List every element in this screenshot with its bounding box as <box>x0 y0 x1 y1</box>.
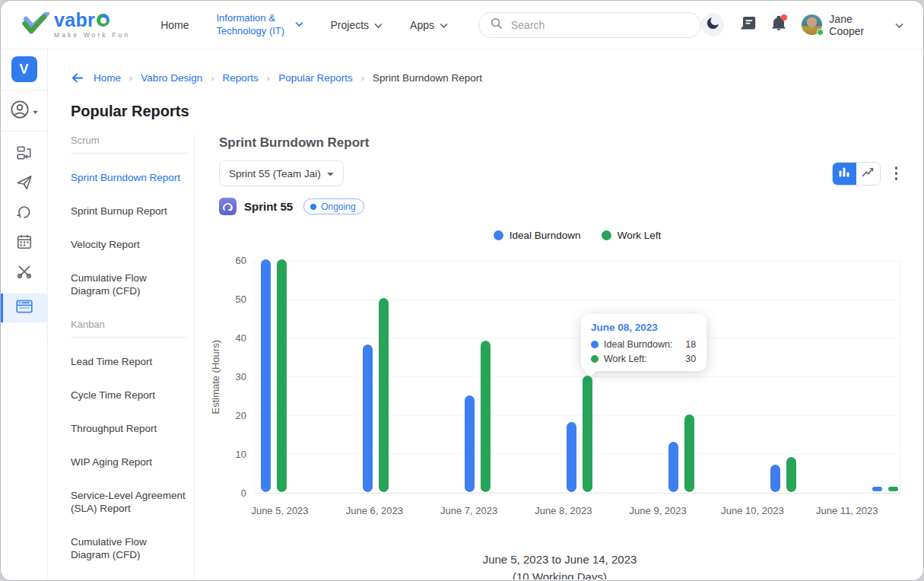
x-axis-label-june-10-2023: June 10, 2023 <box>721 505 783 516</box>
notifications-button[interactable] <box>772 16 786 34</box>
sidebar-item-calendar[interactable] <box>16 233 33 252</box>
breadcrumb-link-home[interactable]: Home <box>94 72 121 84</box>
app-window: vabr Make Work Fun HomeInformation & Tec… <box>1 1 923 580</box>
more-options-kebab-menu[interactable] <box>892 164 901 183</box>
report-nav-item-wip-aging-report[interactable]: WIP Aging Report <box>71 456 188 468</box>
back-arrow-icon[interactable] <box>71 72 84 84</box>
gridline <box>255 300 900 300</box>
tooltip-row: Work Left: 30 <box>591 354 696 364</box>
sidebar-item-tools[interactable] <box>16 263 33 282</box>
dark-mode-toggle-button[interactable] <box>701 13 724 37</box>
workflow-icon <box>16 144 33 164</box>
report-nav-item-cumulative-flow-diagram-cfd[interactable]: Cumulative Flow Diagram (CFD) <box>71 271 188 297</box>
sidebar-app-logo[interactable]: V <box>11 56 37 82</box>
reports-icon <box>15 298 33 318</box>
tooltip-label: Work Left: <box>604 354 647 364</box>
nav-item-apps[interactable]: Apps <box>410 19 448 31</box>
breadcrumb: Home›Vabro Design›Reports›Popular Report… <box>71 72 900 84</box>
status-dot <box>310 204 316 210</box>
report-panel: Sprint Burndown Report Sprint 55 (Team J… <box>195 135 900 579</box>
nav-item-home[interactable]: Home <box>160 19 189 31</box>
chart-working-days: (10 Working Days) <box>219 570 900 579</box>
report-nav-section-title: Scrum <box>71 135 188 154</box>
sidebar-item-undo[interactable] <box>16 204 33 223</box>
bar-work-left-june-6-2023[interactable] <box>379 298 389 492</box>
undo-icon <box>16 204 33 224</box>
tooltip-value: 18 <box>678 339 696 350</box>
chevron-down-icon <box>374 19 383 31</box>
report-nav-item-service-level-agreement-sla-report[interactable]: Service-Level Agreement (SLA) Report <box>71 489 188 515</box>
search-box[interactable] <box>478 12 701 38</box>
breadcrumb-link-popular-reports[interactable]: Popular Reports <box>278 72 353 84</box>
main-content: Home›Vabro Design›Reports›Popular Report… <box>48 49 923 579</box>
report-nav-section-kanban: KanbanLead Time ReportCycle Time ReportT… <box>71 319 188 579</box>
report-nav-item-cycle-time-report[interactable]: Cycle Time Report <box>71 389 188 402</box>
sidebar-profile-switcher[interactable] <box>10 100 39 122</box>
divider <box>1 90 47 90</box>
breadcrumb-link-sprint-burndown-report: Sprint Burndown Report <box>373 72 482 84</box>
sidebar-item-send[interactable] <box>16 174 33 193</box>
legend-ideal-burndown[interactable]: Ideal Burndown <box>494 230 581 241</box>
y-axis-tick-label: 60 <box>219 255 246 266</box>
bar-work-left-june-7-2023[interactable] <box>481 341 491 492</box>
bar-ideal-burndown-june-8-2023[interactable] <box>567 422 576 492</box>
nav-item-label: Home <box>160 19 189 31</box>
line-chart-view-button[interactable] <box>856 163 880 185</box>
logo-o-mark-icon <box>97 14 110 27</box>
sidebar-item-workflow[interactable] <box>16 144 33 164</box>
x-axis-label-june-5-2023: June 5, 2023 <box>251 505 308 516</box>
legend-label: Ideal Burndown <box>510 230 581 241</box>
bar-work-left-june-9-2023[interactable] <box>684 414 694 492</box>
bar-ideal-burndown-june-10-2023[interactable] <box>770 465 780 492</box>
nav-item-information-technology-it[interactable]: Information & Technology (IT) <box>217 12 303 37</box>
nav-item-projects[interactable]: Projects <box>331 19 383 31</box>
y-axis-tick-label: 40 <box>219 332 246 344</box>
x-axis-label-june-8-2023: June 8, 2023 <box>535 505 592 516</box>
x-axis-label-june-9-2023: June 9, 2023 <box>630 505 687 516</box>
report-nav-item-velocity-report[interactable]: Velocity Report <box>71 238 188 251</box>
chevron-down-icon <box>295 18 303 30</box>
breadcrumb-link-reports[interactable]: Reports <box>223 72 259 84</box>
line-chart-icon <box>862 167 874 181</box>
user-menu[interactable]: Jane Cooper <box>802 13 903 37</box>
page-title: Popular Reports <box>71 103 900 120</box>
divider <box>1 131 47 132</box>
sidebar-item-reports-active[interactable] <box>1 294 47 322</box>
tools-icon <box>16 263 33 283</box>
profile-icon <box>10 100 30 122</box>
bar-ideal-burndown-june-11-2023[interactable] <box>872 487 882 491</box>
send-icon <box>16 174 33 194</box>
legend-dot-icon <box>494 230 503 240</box>
brand-check-icon <box>22 12 49 38</box>
report-nav-item-sprint-burnup-report[interactable]: Sprint Burnup Report <box>71 205 188 217</box>
legend-work-left[interactable]: Work Left <box>602 230 662 241</box>
chat-icon <box>740 16 756 33</box>
chevron-down-icon <box>326 168 335 179</box>
x-axis-label-june-11-2023: June 11, 2023 <box>816 505 878 516</box>
y-axis-tick-label: 20 <box>219 410 246 421</box>
brand-logo[interactable]: vabr Make Work Fun <box>22 11 130 39</box>
bar-ideal-burndown-june-5-2023[interactable] <box>261 259 271 492</box>
search-input[interactable] <box>510 18 690 32</box>
bar-ideal-burndown-june-7-2023[interactable] <box>465 395 475 493</box>
report-nav-item-cumulative-flow-diagram-cfd[interactable]: Cumulative Flow Diagram (CFD) <box>71 535 188 561</box>
top-navbar: vabr Make Work Fun HomeInformation & Tec… <box>1 1 923 49</box>
bar-ideal-burndown-june-6-2023[interactable] <box>363 344 373 492</box>
breadcrumb-link-vabro-design[interactable]: Vabro Design <box>141 72 202 84</box>
notification-badge-dot <box>781 14 787 21</box>
bar-work-left-june-11-2023[interactable] <box>888 487 898 491</box>
calendar-icon <box>16 233 33 253</box>
chat-button[interactable] <box>740 16 756 33</box>
sprint-selector[interactable]: Sprint 55 (Team Jai) <box>219 160 344 186</box>
online-status-dot <box>817 29 824 37</box>
bar-work-left-june-10-2023[interactable] <box>786 457 796 492</box>
chevron-down-icon <box>32 104 39 118</box>
report-nav-item-sprint-burndown-report[interactable]: Sprint Burndown Report <box>71 171 188 184</box>
bar-work-left-june-5-2023[interactable] <box>277 259 287 492</box>
report-nav-item-throughput-report[interactable]: Throughput Report <box>71 422 188 435</box>
burndown-chart: Estimate (Hours) June 08, 2023 Ideal Bur… <box>219 261 900 494</box>
bar-ideal-burndown-june-9-2023[interactable] <box>668 442 678 492</box>
bar-work-left-june-8-2023[interactable] <box>583 376 592 492</box>
report-nav-item-lead-time-report[interactable]: Lead Time Report <box>71 355 188 368</box>
bar-chart-view-button[interactable] <box>833 163 856 185</box>
